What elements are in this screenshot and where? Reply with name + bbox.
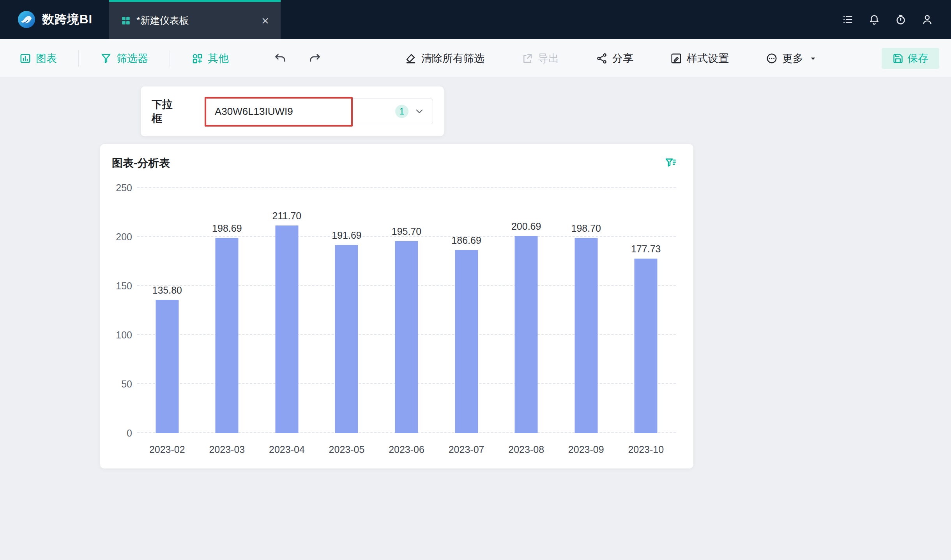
bar-value-label: 195.70 bbox=[392, 226, 421, 237]
bar-value-label: 211.70 bbox=[272, 210, 302, 222]
bar[interactable] bbox=[216, 238, 239, 433]
dashboard-tab[interactable]: *新建仪表板 × bbox=[109, 0, 281, 39]
other-button-label: 其他 bbox=[208, 51, 229, 65]
chart-button-label: 图表 bbox=[36, 51, 57, 65]
x-tick-label: 2023-10 bbox=[616, 444, 676, 455]
bar-slot: 177.73 bbox=[616, 188, 676, 433]
x-axis: 2023-022023-032023-042023-052023-062023-… bbox=[137, 444, 676, 455]
chevron-down-icon bbox=[414, 106, 425, 117]
bar-value-label: 177.73 bbox=[631, 243, 661, 255]
bar[interactable] bbox=[395, 241, 418, 433]
toolbar-divider bbox=[78, 50, 79, 67]
share-button[interactable]: 分享 bbox=[596, 51, 633, 65]
y-tick-label: 100 bbox=[116, 329, 132, 341]
bar-slot: 186.69 bbox=[437, 188, 497, 433]
y-tick-label: 250 bbox=[116, 182, 132, 194]
style-settings-button[interactable]: 样式设置 bbox=[670, 51, 729, 65]
x-tick-label: 2023-04 bbox=[257, 444, 317, 455]
eraser-icon bbox=[405, 53, 417, 64]
x-tick-label: 2023-05 bbox=[317, 444, 377, 455]
export-button[interactable]: 导出 bbox=[521, 51, 559, 65]
notification-bell-icon[interactable] bbox=[868, 14, 880, 25]
bar-slot: 211.70 bbox=[257, 188, 317, 433]
user-profile-icon[interactable] bbox=[921, 14, 933, 25]
top-bar: 数跨境BI *新建仪表板 × bbox=[0, 0, 951, 39]
y-tick-label: 150 bbox=[116, 280, 132, 292]
y-tick-label: 50 bbox=[121, 379, 132, 390]
bar-slot: 198.70 bbox=[556, 188, 616, 433]
logo-icon bbox=[17, 10, 36, 29]
selection-count-badge: 1 bbox=[395, 105, 408, 118]
bar[interactable] bbox=[635, 259, 658, 433]
bar[interactable] bbox=[275, 225, 298, 433]
bar-value-label: 198.70 bbox=[571, 223, 601, 234]
chevron-down-icon bbox=[809, 54, 817, 63]
funnel-icon bbox=[100, 53, 112, 64]
x-tick-label: 2023-03 bbox=[197, 444, 257, 455]
history-clock-icon[interactable] bbox=[895, 14, 907, 25]
add-chart-button[interactable]: 图表 bbox=[19, 51, 57, 65]
bar-value-label: 186.69 bbox=[451, 235, 481, 246]
bar[interactable] bbox=[156, 300, 179, 433]
other-widgets-button[interactable]: 其他 bbox=[191, 51, 229, 65]
x-tick-label: 2023-08 bbox=[496, 444, 556, 455]
more-label: 更多 bbox=[782, 51, 803, 65]
bar[interactable] bbox=[574, 238, 597, 433]
x-tick-label: 2023-07 bbox=[437, 444, 497, 455]
tab-title: *新建仪表板 bbox=[136, 14, 189, 27]
dropdown-select[interactable]: A30W6L13IUWI9 1 bbox=[206, 99, 433, 124]
export-label: 导出 bbox=[538, 51, 559, 65]
bar-slot: 191.69 bbox=[317, 188, 377, 433]
chart-card-title: 图表-分析表 bbox=[112, 156, 170, 171]
x-tick-label: 2023-09 bbox=[556, 444, 616, 455]
y-axis: 050100150200250 bbox=[100, 188, 132, 433]
toolbar: 图表 筛选器 其他 bbox=[0, 39, 951, 78]
bar-value-label: 198.69 bbox=[212, 223, 242, 234]
filter-button-label: 筛选器 bbox=[117, 51, 148, 65]
bar[interactable] bbox=[455, 250, 478, 433]
style-settings-label: 样式设置 bbox=[687, 51, 729, 65]
bar-slot: 195.70 bbox=[377, 188, 437, 433]
redo-icon[interactable] bbox=[308, 52, 322, 65]
chart-filter-icon[interactable] bbox=[665, 157, 677, 169]
y-tick-label: 0 bbox=[127, 428, 132, 439]
bar[interactable] bbox=[335, 245, 358, 433]
dropdown-right-controls: 1 bbox=[395, 105, 425, 118]
dropdown-filter-label: 下拉框 bbox=[152, 97, 183, 125]
bar-slot: 198.69 bbox=[197, 188, 257, 433]
save-icon bbox=[893, 53, 903, 64]
share-label: 分享 bbox=[612, 51, 633, 65]
dropdown-filter-card: 下拉框 A30W6L13IUWI9 1 bbox=[141, 86, 444, 136]
bar-slot: 135.80 bbox=[137, 188, 197, 433]
chart-icon bbox=[19, 53, 31, 64]
bar-value-label: 135.80 bbox=[152, 285, 182, 296]
toolbar-divider bbox=[170, 50, 170, 67]
save-label: 保存 bbox=[907, 51, 928, 65]
clear-all-filters-button[interactable]: 清除所有筛选 bbox=[405, 51, 484, 65]
more-button[interactable]: 更多 bbox=[766, 51, 817, 65]
tab-close-icon[interactable]: × bbox=[262, 14, 269, 27]
y-tick-label: 200 bbox=[116, 231, 132, 243]
more-circle-icon bbox=[766, 53, 778, 64]
style-brush-icon bbox=[670, 53, 682, 64]
export-icon bbox=[521, 53, 533, 64]
bars-row: 135.80198.69211.70191.69195.70186.69200.… bbox=[137, 188, 676, 433]
chart-card: 图表-分析表 050100150200250 135.80198.69211.7… bbox=[100, 144, 693, 468]
topbar-icon-group bbox=[842, 14, 951, 25]
task-list-icon[interactable] bbox=[842, 14, 854, 25]
bar[interactable] bbox=[515, 236, 538, 433]
undo-icon[interactable] bbox=[274, 52, 287, 65]
add-filter-button[interactable]: 筛选器 bbox=[100, 51, 148, 65]
share-nodes-icon bbox=[596, 53, 608, 64]
app-logo: 数跨境BI bbox=[0, 10, 92, 29]
chart-card-header: 图表-分析表 bbox=[100, 144, 693, 171]
bar-value-label: 191.69 bbox=[332, 230, 361, 241]
toolbar-right-group: 清除所有筛选 导出 分享 bbox=[405, 48, 939, 69]
plot-area: 135.80198.69211.70191.69195.70186.69200.… bbox=[137, 188, 676, 433]
tab-grid-icon bbox=[121, 16, 131, 26]
bar-value-label: 200.69 bbox=[511, 221, 541, 232]
save-button[interactable]: 保存 bbox=[882, 48, 939, 69]
clear-filters-label: 清除所有筛选 bbox=[421, 51, 484, 65]
app-title: 数跨境BI bbox=[42, 11, 92, 28]
bar-slot: 200.69 bbox=[496, 188, 556, 433]
